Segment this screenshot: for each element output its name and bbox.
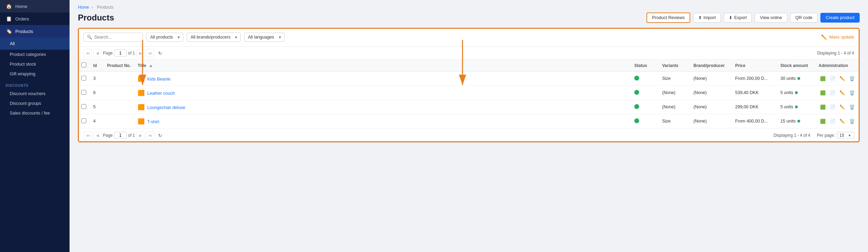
- pg-last-btn-bottom[interactable]: ⏭: [146, 131, 154, 140]
- col-header-admin: Administration: [815, 60, 860, 72]
- products-table: Id Product No. Title ▲ Status Variants B…: [78, 60, 860, 128]
- per-page-select[interactable]: 15 25 50 100: [837, 132, 854, 139]
- admin-view-btn-3[interactable]: 📄: [828, 117, 837, 125]
- product-title-link-3[interactable]: T-shirt: [147, 119, 159, 124]
- admin-copy-btn-3[interactable]: 🟩: [819, 117, 827, 125]
- pg-first-btn[interactable]: ⏮: [83, 49, 92, 57]
- product-reviews-button[interactable]: Product Reviews: [646, 12, 690, 23]
- row-checkbox-3[interactable]: [81, 118, 86, 123]
- admin-edit-btn-1[interactable]: ✏️: [838, 89, 846, 97]
- breadcrumb-current: Products: [97, 5, 113, 10]
- sidebar-item-orders[interactable]: 📋 Orders: [0, 12, 70, 25]
- admin-edit-btn-3[interactable]: ✏️: [838, 117, 846, 125]
- admin-view-btn-0[interactable]: 📄: [828, 74, 837, 83]
- admin-copy-btn-2[interactable]: 🟩: [819, 103, 827, 111]
- sidebar-sub-gift-wrapping[interactable]: Gift wrapping: [0, 69, 70, 79]
- brands-filter-select[interactable]: All brands/producers: [187, 33, 241, 42]
- row-checkbox-2[interactable]: [81, 104, 86, 109]
- sidebar-sub-sales-discounts[interactable]: Sales discounts / fee: [0, 108, 70, 118]
- per-page-select-wrap: 15 25 50 100 ▼: [837, 132, 854, 139]
- page-input-bottom[interactable]: [114, 132, 127, 139]
- product-title-link-0[interactable]: Kids Beanie: [147, 77, 170, 82]
- row-id: 6: [90, 86, 104, 100]
- stock-amount: 5 units: [780, 90, 793, 95]
- pg-prev-btn-bottom[interactable]: ◀: [93, 131, 102, 140]
- row-checkbox-1[interactable]: [81, 90, 86, 95]
- row-title: 🟧 T-shirt: [134, 114, 631, 128]
- admin-delete-btn-1[interactable]: 🗑️: [848, 89, 856, 97]
- pg-prev-btn[interactable]: ◀: [93, 49, 102, 57]
- product-title-link-2[interactable]: Loungechair deluxe: [147, 105, 185, 110]
- row-stock: 30 units: [777, 72, 815, 86]
- sidebar-sub-all[interactable]: All: [0, 37, 70, 50]
- status-dot: [634, 90, 639, 95]
- search-box[interactable]: 🔍: [83, 33, 143, 42]
- admin-delete-btn-3[interactable]: 🗑️: [848, 117, 856, 125]
- admin-edit-btn-0[interactable]: ✏️: [838, 74, 846, 83]
- sidebar-item-products[interactable]: 🏷️ Products: [0, 25, 70, 37]
- row-title: 🟧 Leather couch: [134, 86, 631, 100]
- row-product-no: [104, 72, 134, 86]
- mass-update-button[interactable]: ✏️ Mass update: [821, 34, 854, 40]
- page-label-bottom: Page: [103, 133, 113, 138]
- sidebar-sub-discount-vouchers[interactable]: Discount vouchers: [0, 89, 70, 99]
- orders-icon: 📋: [6, 16, 12, 22]
- col-header-title[interactable]: Title ▲: [134, 60, 631, 72]
- refresh-btn-bottom[interactable]: ↻: [156, 131, 164, 140]
- top-area: Home › Products Products Product Reviews…: [70, 0, 868, 28]
- admin-delete-btn-2[interactable]: 🗑️: [848, 103, 856, 111]
- displaying-info-top: Displaying 1 - 4 of 4: [817, 51, 854, 56]
- pg-first-btn-bottom[interactable]: ⏮: [83, 131, 92, 140]
- export-button[interactable]: ⬇ Export: [724, 13, 752, 23]
- select-all-checkbox[interactable]: [81, 62, 86, 67]
- row-product-no: [104, 86, 134, 100]
- product-title-link-1[interactable]: Leather couch: [147, 91, 175, 96]
- home-icon: 🏠: [6, 3, 12, 9]
- sidebar-sub-product-categories[interactable]: Product categories: [0, 50, 70, 59]
- sidebar-sub-discount-groups[interactable]: Discount groups: [0, 99, 70, 108]
- row-status: [631, 100, 659, 114]
- main-content: Home › Products Products Product Reviews…: [70, 0, 868, 252]
- products-filter-select[interactable]: All products: [146, 33, 183, 42]
- view-online-button[interactable]: View online: [755, 13, 787, 23]
- breadcrumb: Home › Products: [78, 5, 860, 10]
- sidebar: 🏠 Home 📋 Orders 🏷️ Products All Product …: [0, 0, 70, 252]
- pg-next-btn-bottom[interactable]: ▶: [136, 131, 145, 140]
- import-button[interactable]: ⬆ Import: [693, 13, 721, 23]
- row-admin: 🟩 📄 ✏️ 🗑️: [815, 86, 860, 100]
- qr-code-button[interactable]: QR code: [790, 13, 818, 23]
- table-row: 3 🟧 Kids Beanie Size (None) From 200,00 …: [78, 72, 860, 86]
- row-id: 5: [90, 100, 104, 114]
- languages-filter-select[interactable]: All languages: [244, 33, 284, 42]
- row-brand: (None): [690, 114, 732, 128]
- page-input[interactable]: [114, 50, 127, 57]
- stock-amount: 5 units: [780, 104, 793, 109]
- pg-last-btn[interactable]: ⏭: [146, 49, 154, 57]
- breadcrumb-home-link[interactable]: Home: [78, 5, 89, 10]
- row-variants: (None): [659, 100, 690, 114]
- admin-edit-btn-2[interactable]: ✏️: [838, 103, 846, 111]
- row-admin: 🟩 📄 ✏️ 🗑️: [815, 72, 860, 86]
- admin-view-btn-1[interactable]: 📄: [828, 89, 837, 97]
- products-card: 🔍 All products ▼ All brands/producers ▼ …: [78, 28, 860, 142]
- row-checkbox-0[interactable]: [81, 76, 86, 81]
- refresh-btn[interactable]: ↻: [156, 49, 164, 57]
- admin-delete-btn-0[interactable]: 🗑️: [848, 74, 856, 83]
- create-product-button[interactable]: Create product: [820, 13, 860, 23]
- page-label: Page: [103, 51, 113, 56]
- status-dot: [634, 104, 639, 109]
- toolbar: 🔍 All products ▼ All brands/producers ▼ …: [78, 28, 860, 47]
- pagination-top: ⏮ ◀ Page of 1 ▶ ⏭ ↻ Displaying 1 - 4 of …: [78, 47, 860, 60]
- search-input[interactable]: [94, 35, 139, 40]
- sidebar-sub-product-stock[interactable]: Product stock: [0, 59, 70, 69]
- row-brand: (None): [690, 100, 732, 114]
- pg-next-btn[interactable]: ▶: [136, 49, 145, 57]
- table-header-row: Id Product No. Title ▲ Status Variants B…: [78, 60, 860, 72]
- admin-copy-btn-0[interactable]: 🟩: [819, 74, 827, 83]
- folder-icon: 🟧: [138, 104, 145, 110]
- admin-view-btn-2[interactable]: 📄: [828, 103, 837, 111]
- admin-copy-btn-1[interactable]: 🟩: [819, 89, 827, 97]
- col-header-prodnum: Product No.: [104, 60, 134, 72]
- sidebar-item-home[interactable]: 🏠 Home: [0, 0, 70, 12]
- row-price: 539,40 DKK: [732, 86, 777, 100]
